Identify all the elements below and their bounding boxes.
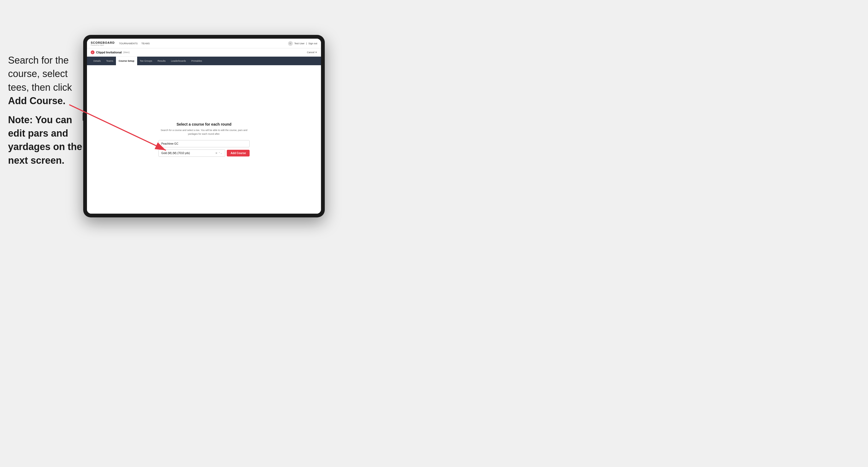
cancel-button[interactable]: Cancel ✕: [307, 51, 317, 54]
note-bold: Note: You canedit pars andyardages on th…: [8, 114, 82, 166]
tab-printables[interactable]: Printables: [189, 57, 205, 65]
instructions-panel: Search for thecourse, selecttees, then c…: [8, 54, 86, 173]
tab-course-setup[interactable]: Course Setup: [116, 57, 137, 65]
nav-links: TOURNAMENTS TEAMS: [119, 42, 150, 45]
nav-right: U Test User | Sign out: [288, 41, 317, 46]
tee-chevron-icon: ⌃⌄: [218, 152, 222, 154]
course-search-input[interactable]: [158, 140, 250, 147]
tee-select-controls: ✕ ⌃⌄: [215, 152, 222, 155]
nav-tournaments[interactable]: TOURNAMENTS: [119, 42, 137, 45]
card-description: Search for a course and select a tee. Yo…: [158, 129, 250, 136]
tablet-frame: SCOREBOARD Powered by clippd TOURNAMENTS…: [83, 35, 325, 217]
nav-divider: |: [306, 42, 307, 45]
tee-select-value: Gold (M) (M) (7010 yds): [161, 152, 190, 155]
tee-row: Gold (M) (M) (7010 yds) ✕ ⌃⌄ Add Course: [158, 150, 250, 157]
tab-bar: Details Teams Course Setup Tee Groups Re…: [87, 57, 321, 65]
tab-details[interactable]: Details: [91, 57, 103, 65]
tab-tee-groups[interactable]: Tee Groups: [137, 57, 155, 65]
tablet-screen: SCOREBOARD Powered by clippd TOURNAMENTS…: [87, 39, 321, 214]
logo-area: SCOREBOARD Powered by clippd: [91, 41, 115, 46]
card-title: Select a course for each round: [158, 122, 250, 126]
tournament-header: C Clippd Invitational (Men) Cancel ✕: [87, 48, 321, 57]
main-content: Select a course for each round Search fo…: [87, 65, 321, 214]
sign-out-link[interactable]: Sign out: [308, 42, 317, 45]
tournament-title: C Clippd Invitational (Men): [91, 51, 130, 54]
logo-sub: Powered by clippd: [91, 44, 115, 46]
tournament-name: Clippd Invitational: [96, 51, 122, 54]
tournament-icon: C: [91, 51, 94, 54]
instruction-bold: Add Course.: [8, 95, 65, 106]
top-navbar: SCOREBOARD Powered by clippd TOURNAMENTS…: [87, 39, 321, 48]
user-avatar: U: [288, 41, 293, 46]
nav-left: SCOREBOARD Powered by clippd TOURNAMENTS…: [91, 41, 150, 46]
logo-text: SCOREBOARD: [91, 41, 115, 44]
tab-teams[interactable]: Teams: [103, 57, 116, 65]
instruction-line1: Search for thecourse, selecttees, then c…: [8, 54, 86, 108]
tab-leaderboards[interactable]: Leaderboards: [168, 57, 189, 65]
tee-select[interactable]: Gold (M) (M) (7010 yds) ✕ ⌃⌄: [158, 150, 225, 157]
nav-teams[interactable]: TEAMS: [142, 42, 150, 45]
tee-clear-icon[interactable]: ✕: [215, 152, 217, 155]
add-course-button[interactable]: Add Course: [227, 150, 250, 156]
note-text: Note: You canedit pars andyardages on th…: [8, 113, 86, 167]
tab-results[interactable]: Results: [155, 57, 168, 65]
course-card: Select a course for each round Search fo…: [158, 122, 250, 157]
user-name: Test User: [294, 42, 305, 45]
tournament-badge: (Men): [123, 51, 130, 54]
